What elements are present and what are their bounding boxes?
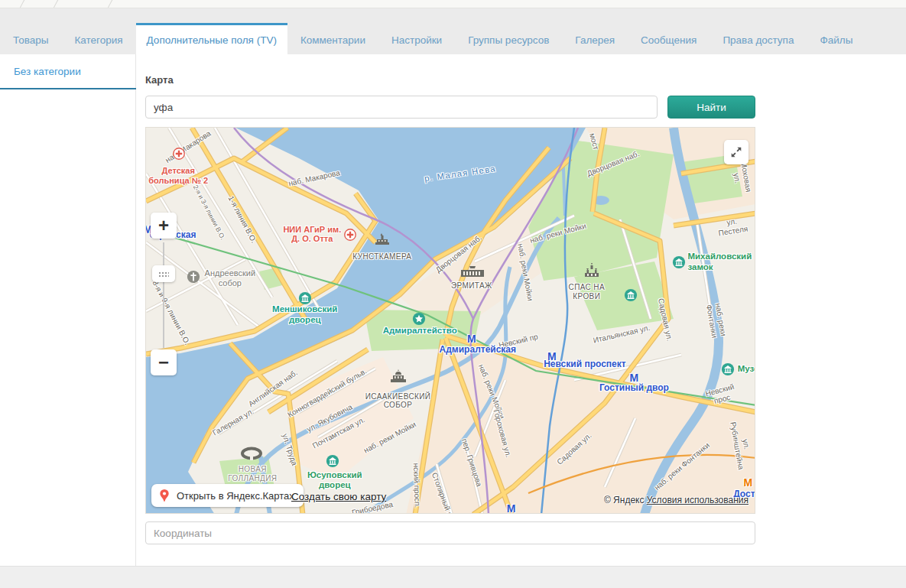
tab-prava-dostupa[interactable]: Права доступа: [710, 23, 807, 54]
tab-bar: Товары Категория Дополнительные поля (TV…: [0, 23, 906, 54]
drag-dots-icon: [158, 271, 169, 277]
open-in-yandex-maps-label: Открыть в Яндекс.Картах: [177, 490, 294, 502]
tab-tovary[interactable]: Товары: [0, 23, 61, 54]
category-panel: Без категории: [0, 54, 136, 566]
top-breadcrumb-strip: [0, 0, 906, 8]
fullscreen-button[interactable]: [724, 140, 749, 164]
slant-divider: [106, 0, 113, 8]
tab-kategoriya[interactable]: Категория: [61, 23, 135, 54]
map-canvas[interactable]: наб. Макарованаб. Макарова1-я линия В.О.…: [145, 127, 755, 514]
sidebar-item-bez-kategorii[interactable]: Без категории: [0, 54, 135, 88]
map-pin-icon: [157, 489, 171, 502]
footer-strip: [0, 566, 906, 588]
tab-dopolnitelnye-polya-tv[interactable]: Дополнительные поля (TV): [136, 23, 287, 54]
tab-kommentarii[interactable]: Комментарии: [287, 23, 378, 54]
tab-nastroyki[interactable]: Настройки: [378, 23, 455, 54]
tv-field-main: Карта Найти: [145, 54, 757, 544]
expand-icon: [729, 145, 743, 159]
tab-soobshcheniya[interactable]: Сообщения: [628, 23, 710, 54]
slant-divider: [52, 0, 59, 8]
tab-gruppy-resursov[interactable]: Группы ресурсов: [455, 23, 562, 54]
tab-fayly[interactable]: Файлы: [807, 23, 865, 54]
tab-galereya[interactable]: Галерея: [562, 23, 628, 54]
zoom-slider-track[interactable]: [163, 242, 164, 348]
category-divider: [0, 88, 136, 89]
yandex-copyright-label: © Яндекс: [604, 495, 645, 505]
zoom-out-button[interactable]: −: [151, 349, 177, 375]
coordinates-input[interactable]: [145, 521, 755, 544]
zoom-slider-handle[interactable]: [152, 265, 175, 282]
map-search-input[interactable]: [145, 96, 658, 119]
open-in-yandex-maps-button[interactable]: Открыть в Яндекс.Картах: [151, 484, 304, 507]
zoom-in-button[interactable]: +: [151, 213, 177, 239]
slant-divider: [18, 0, 25, 8]
terms-of-use-link[interactable]: Условия использования: [647, 495, 749, 505]
map-base-graphics: [146, 128, 755, 514]
create-your-map-link[interactable]: Создать свою карту: [291, 491, 386, 502]
map-search-row: Найти: [145, 96, 757, 119]
content-area: Без категории Карта Найти: [0, 54, 906, 566]
find-button[interactable]: Найти: [667, 96, 755, 119]
map-field-label: Карта: [145, 74, 757, 86]
map-copyright: © Яндекс Условия использования: [604, 495, 749, 505]
